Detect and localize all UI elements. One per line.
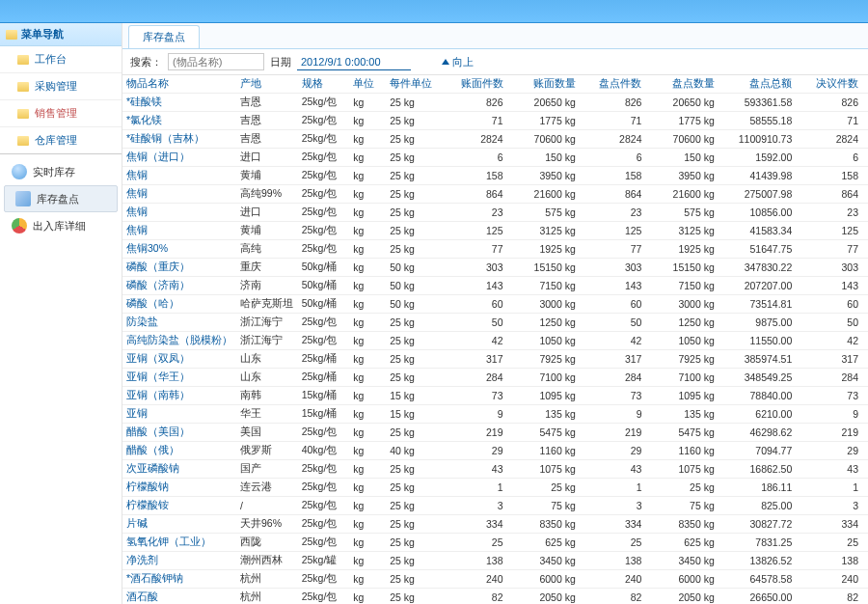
- table-row[interactable]: 焦铜黄埔25kg/包kg25 kg1583950 kg1583950 kg414…: [122, 167, 868, 185]
- table-row[interactable]: 焦铜高纯99%25kg/包kg25 kg86421600 kg86421600 …: [122, 185, 868, 204]
- cell: 625 kg: [651, 534, 723, 552]
- cell: 40kg/包: [298, 442, 350, 460]
- table-row[interactable]: *酒石酸钾钠杭州25kg/包kg25 kg2406000 kg2406000 k…: [122, 570, 868, 589]
- table-row[interactable]: 醋酸（美国）美国25kg/包kg25 kg2195475 kg2195475 k…: [122, 424, 868, 442]
- table-row[interactable]: 磷酸（哈）哈萨克斯坦50kg/桶kg50 kg603000 kg603000 k…: [122, 295, 868, 314]
- cell: 1100910.73: [724, 130, 801, 149]
- table-row[interactable]: 片碱天井96%25kg/包kg25 kg3348350 kg3348350 kg…: [122, 515, 868, 534]
- cell: 10856.00: [724, 204, 801, 222]
- cell: 15kg/桶: [298, 405, 350, 424]
- table-row[interactable]: 磷酸（济南）济南50kg/桶kg50 kg1437150 kg1437150 k…: [122, 277, 868, 295]
- cell: 7100 kg: [651, 369, 723, 387]
- cell: kg: [349, 112, 386, 130]
- tab-inventory-check[interactable]: 库存盘点: [128, 25, 200, 48]
- cell: 864: [585, 185, 652, 204]
- table-row[interactable]: 磷酸（重庆）重庆50kg/桶kg50 kg30315150 kg30315150…: [122, 259, 868, 277]
- cell: *硅酸铜（吉林）: [122, 130, 236, 149]
- table-row[interactable]: 防染盐浙江海宁25kg/包kg25 kg501250 kg501250 kg98…: [122, 314, 868, 332]
- table-row[interactable]: 柠檬酸铵/25kg/包kg25 kg375 kg375 kg825.003: [122, 497, 868, 515]
- nav-header-label: 菜单导航: [21, 27, 64, 41]
- col-spec[interactable]: 规格: [298, 75, 350, 94]
- sub-item-realtime[interactable]: 实时库存: [0, 158, 122, 185]
- search-input[interactable]: [168, 53, 264, 70]
- cell: 25kg/桶: [298, 369, 350, 387]
- cell: 150 kg: [513, 149, 585, 167]
- cell: 2050 kg: [651, 589, 723, 605]
- cell: 25kg/包: [298, 167, 350, 185]
- cell: 片碱: [122, 515, 236, 534]
- table-row[interactable]: *硅酸铜（吉林）吉恩25kg/包kg25 kg282470600 kg28247…: [122, 130, 868, 149]
- up-link[interactable]: 向上: [442, 55, 474, 69]
- table-row[interactable]: 焦铜黄埔25kg/包kg25 kg1253125 kg1253125 kg415…: [122, 222, 868, 240]
- table-row[interactable]: 氢氧化钾（工业）西陇25kg/包kg25 kg25625 kg25625 kg7…: [122, 534, 868, 552]
- cell: 82: [447, 589, 513, 605]
- table-row[interactable]: 净洗剂潮州西林25kg/罐kg25 kg1383450 kg1383450 kg…: [122, 552, 868, 570]
- cell: 303: [447, 259, 513, 277]
- table-wrap[interactable]: 物品名称 产地 规格 单位 每件单位 账面件数 账面数量 盘点件数 盘点数量 盘…: [122, 75, 868, 604]
- cell: 240: [801, 570, 868, 589]
- table-row[interactable]: 焦铜30%高纯25kg/包kg25 kg771925 kg771925 kg51…: [122, 240, 868, 259]
- table-row[interactable]: 次亚磷酸钠国产25kg/包kg25 kg431075 kg431075 kg16…: [122, 460, 868, 479]
- col-chk-amt[interactable]: 盘点数量: [651, 75, 723, 94]
- col-unit[interactable]: 单位: [349, 75, 386, 94]
- cell: kg: [349, 350, 386, 369]
- cell: 42: [585, 332, 652, 350]
- table-row[interactable]: 亚铜华王15kg/桶kg15 kg9135 kg9135 kg6210.009: [122, 405, 868, 424]
- col-total[interactable]: 盘点总额: [724, 75, 801, 94]
- up-label: 向上: [452, 55, 474, 69]
- cell: 1925 kg: [513, 240, 585, 259]
- cell: 进口: [236, 204, 298, 222]
- cell: 焦铜: [122, 185, 236, 204]
- table-row[interactable]: 焦铜进口25kg/包kg25 kg23575 kg23575 kg10856.0…: [122, 204, 868, 222]
- col-name[interactable]: 物品名称: [122, 75, 236, 94]
- cell: 50: [801, 314, 868, 332]
- table-row[interactable]: 醋酸（俄）俄罗斯40kg/包kg40 kg291160 kg291160 kg7…: [122, 442, 868, 460]
- table-row[interactable]: *氯化镁吉恩25kg/包kg25 kg711775 kg711775 kg585…: [122, 112, 868, 130]
- nav-item-sales[interactable]: 销售管理: [0, 100, 122, 127]
- col-chk-qty[interactable]: 盘点件数: [585, 75, 652, 94]
- cell: 64578.58: [724, 570, 801, 589]
- table-row[interactable]: 亚铜（南韩）南韩15kg/桶kg15 kg731095 kg731095 kg7…: [122, 387, 868, 405]
- cell: 1095 kg: [513, 387, 585, 405]
- cell: 75 kg: [651, 497, 723, 515]
- nav-item-workbench[interactable]: 工作台: [0, 46, 122, 73]
- nav-item-warehouse[interactable]: 仓库管理: [0, 127, 122, 154]
- cell: 焦铜: [122, 204, 236, 222]
- table-row[interactable]: 亚铜（华王）山东25kg/桶kg25 kg2847100 kg2847100 k…: [122, 369, 868, 387]
- table-row[interactable]: 酒石酸杭州25kg/包kg25 kg822050 kg822050 kg2665…: [122, 589, 868, 605]
- cell: 347830.22: [724, 259, 801, 277]
- sub-item-inout-detail[interactable]: 出入库详细: [0, 212, 122, 239]
- cell: 潮州西林: [236, 552, 298, 570]
- cell: 826: [447, 94, 513, 112]
- cell: 6: [447, 149, 513, 167]
- col-acc-amt[interactable]: 账面数量: [513, 75, 585, 94]
- cell: 醋酸（美国）: [122, 424, 236, 442]
- table-row[interactable]: 亚铜（双凤）山东25kg/桶kg25 kg3177925 kg3177925 k…: [122, 350, 868, 369]
- date-label: 日期: [270, 55, 291, 69]
- sub-item-inventory-check[interactable]: 库存盘点: [4, 185, 118, 212]
- col-origin[interactable]: 产地: [236, 75, 298, 94]
- cell: 3950 kg: [513, 167, 585, 185]
- cell: 哈萨克斯坦: [236, 295, 298, 314]
- table-row[interactable]: 柠檬酸钠连云港25kg/包kg25 kg125 kg125 kg186.111: [122, 479, 868, 497]
- cell: kg: [349, 387, 386, 405]
- table-row[interactable]: *硅酸镁吉恩25kg/包kg25 kg82620650 kg82620650 k…: [122, 94, 868, 112]
- cell: 杭州: [236, 570, 298, 589]
- col-adj[interactable]: 决议件数: [801, 75, 868, 94]
- col-perunit[interactable]: 每件单位: [386, 75, 447, 94]
- cell: 50 kg: [386, 295, 447, 314]
- cell: 50kg/桶: [298, 259, 350, 277]
- col-acc-qty[interactable]: 账面件数: [447, 75, 513, 94]
- cell: 334: [801, 515, 868, 534]
- table-row[interactable]: 高纯防染盐（脱模粉）浙江海宁25kg/包kg25 kg421050 kg4210…: [122, 332, 868, 350]
- cell: 50: [447, 314, 513, 332]
- cell: 山东: [236, 350, 298, 369]
- cell: 25 kg: [386, 369, 447, 387]
- cell: 77: [801, 240, 868, 259]
- cell: 864: [801, 185, 868, 204]
- nav-item-purchase[interactable]: 采购管理: [0, 73, 122, 100]
- table-row[interactable]: 焦铜（进口）进口25kg/包kg25 kg6150 kg6150 kg1592.…: [122, 149, 868, 167]
- cell: 284: [585, 369, 652, 387]
- date-input[interactable]: [297, 54, 411, 70]
- cell: 25 kg: [386, 222, 447, 240]
